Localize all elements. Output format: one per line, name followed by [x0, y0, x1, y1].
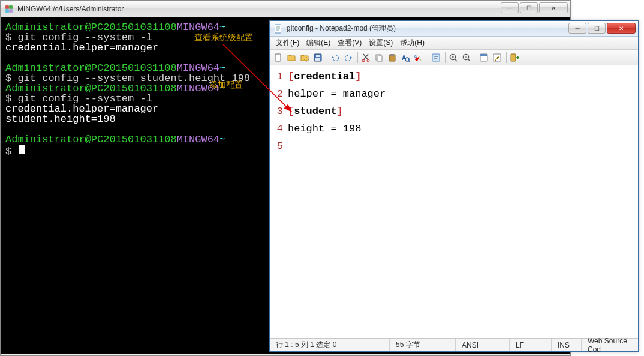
save-icon[interactable]	[312, 52, 324, 64]
status-ins[interactable]: INS	[552, 339, 582, 351]
copy-icon[interactable]	[373, 52, 385, 64]
find-icon[interactable]: A	[399, 52, 411, 64]
maximize-button[interactable]: ☐	[520, 2, 538, 13]
code-line[interactable]: [student]	[288, 103, 386, 120]
code-line[interactable]: height = 198	[288, 120, 386, 137]
close-button[interactable]: ✕	[539, 2, 568, 13]
line-number: 4	[270, 120, 283, 137]
line-number: 5	[270, 137, 283, 155]
notepad-window-controls: ─ ☐ ✕	[567, 23, 636, 34]
terminal-titlebar[interactable]: MINGW64:/c/Users/Administrator ─ ☐ ✕	[1, 1, 570, 17]
notepad-titlebar[interactable]: gitconfig - Notepad2-mod (管理员) ─ ☐ ✕	[270, 21, 638, 37]
toolbar-separator	[476, 52, 476, 63]
menu-view[interactable]: 查看(V)	[334, 37, 365, 49]
terminal-cursor	[19, 145, 25, 154]
undo-icon[interactable]	[329, 52, 341, 64]
toolbar-separator	[357, 52, 358, 63]
toolbar-separator	[506, 52, 507, 63]
svg-point-2	[5, 8, 10, 13]
code-area[interactable]: [credential] helper = manager[student] h…	[288, 65, 386, 338]
menu-edit[interactable]: 编辑(E)	[303, 37, 334, 49]
notepad-title: gitconfig - Notepad2-mod (管理员)	[287, 23, 396, 34]
menu-help[interactable]: 帮助(H)	[396, 37, 428, 49]
menu-file[interactable]: 文件(F)	[272, 37, 303, 49]
toolbar-separator	[445, 52, 446, 63]
code-line[interactable]: [credential]	[288, 68, 386, 85]
browse-icon[interactable]	[299, 52, 311, 64]
terminal-app-icon	[4, 4, 14, 14]
toolbar-separator	[428, 52, 428, 63]
line-number: 2	[270, 85, 283, 103]
svg-rect-10	[316, 55, 320, 57]
svg-rect-22	[432, 54, 440, 61]
status-eol[interactable]: LF	[510, 339, 552, 351]
svg-point-1	[9, 5, 13, 9]
zoom-out-icon[interactable]	[461, 52, 473, 64]
svg-rect-33	[511, 54, 516, 61]
svg-point-0	[5, 5, 10, 9]
scheme-icon[interactable]	[478, 52, 490, 64]
notepad-editor[interactable]: 12345 [credential] helper = manager[stud…	[270, 65, 638, 338]
status-encoding[interactable]: ANSI	[456, 339, 510, 351]
minimize-button[interactable]: ─	[568, 23, 586, 34]
minimize-button[interactable]: ─	[501, 2, 519, 13]
open-icon[interactable]	[285, 52, 297, 64]
redo-icon[interactable]	[342, 52, 354, 64]
svg-line-28	[468, 59, 470, 61]
svg-line-19	[408, 61, 410, 62]
svg-line-24	[455, 59, 457, 61]
svg-rect-16	[390, 54, 394, 56]
wordwrap-icon[interactable]	[430, 52, 442, 64]
zoom-in-icon[interactable]	[447, 52, 459, 64]
terminal-title: MINGW64:/c/Users/Administrator	[17, 5, 124, 13]
status-bytes[interactable]: 55 字节	[390, 339, 456, 351]
line-number: 1	[270, 68, 283, 85]
exit-icon[interactable]	[508, 52, 520, 64]
notepad-toolbar: Aab	[270, 50, 638, 65]
line-number-gutter: 12345	[270, 65, 288, 338]
maximize-button[interactable]: ☐	[588, 23, 606, 34]
notepad-window: gitconfig - Notepad2-mod (管理员) ─ ☐ ✕ 文件(…	[269, 20, 639, 352]
svg-rect-31	[480, 54, 487, 56]
menu-settings[interactable]: 设置(S)	[365, 37, 396, 49]
notepad-menubar: 文件(F) 编辑(E) 查看(V) 设置(S) 帮助(H)	[270, 37, 638, 50]
notepad-statusbar: 行 1 : 5 列 1 选定 0 55 字节 ANSI LF INS Web S…	[270, 338, 638, 351]
cut-icon[interactable]	[360, 52, 372, 64]
close-button[interactable]: ✕	[607, 23, 636, 34]
toolbar-separator	[327, 52, 327, 63]
code-line[interactable]	[288, 137, 386, 155]
svg-text:b: b	[419, 58, 421, 62]
customize-icon[interactable]	[491, 52, 503, 64]
new-icon[interactable]	[272, 52, 284, 64]
replace-icon[interactable]: ab	[413, 52, 425, 64]
line-number: 3	[270, 103, 283, 120]
svg-rect-9	[315, 58, 320, 61]
svg-text:a: a	[414, 54, 417, 58]
svg-rect-6	[275, 54, 281, 61]
status-position[interactable]: 行 1 : 5 列 1 选定 0	[270, 339, 390, 351]
svg-rect-14	[377, 56, 382, 61]
svg-point-3	[9, 8, 13, 13]
paste-icon[interactable]	[386, 52, 398, 64]
code-line[interactable]: helper = manager	[288, 85, 386, 103]
terminal-window-controls: ─ ☐ ✕	[499, 2, 568, 13]
status-scheme[interactable]: Web Source Cod	[582, 339, 638, 351]
document-icon	[273, 24, 283, 34]
